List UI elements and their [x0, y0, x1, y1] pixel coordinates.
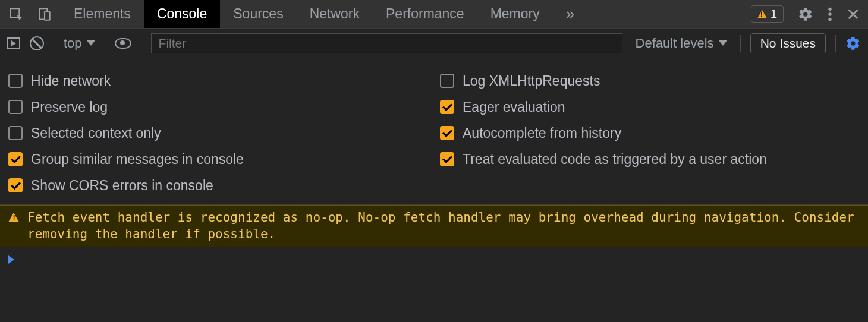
- checkbox[interactable]: [8, 100, 23, 114]
- tab-performance[interactable]: Performance: [373, 0, 477, 28]
- setting-row: Preserve log: [8, 94, 428, 120]
- tab-network[interactable]: Network: [297, 0, 373, 28]
- warning-triangle-icon: [757, 10, 767, 18]
- live-expression-icon[interactable]: [115, 38, 131, 49]
- settings-gear-icon[interactable]: [798, 7, 813, 22]
- svg-point-4: [828, 12, 831, 15]
- setting-row: Show CORS errors in console: [8, 172, 428, 198]
- tab-console[interactable]: Console: [144, 0, 220, 28]
- setting-row: Eager evaluation: [440, 94, 860, 120]
- divider: [835, 35, 836, 52]
- checkbox[interactable]: [8, 178, 23, 192]
- checkbox[interactable]: [440, 100, 454, 114]
- console-toolbar: top Default levels No Issues: [0, 29, 868, 58]
- setting-row: Selected context only: [8, 120, 428, 146]
- svg-point-3: [828, 7, 831, 10]
- tab-memory[interactable]: Memory: [477, 0, 553, 28]
- console-warning-message[interactable]: Fetch event handler is recognized as no-…: [0, 205, 868, 247]
- warning-text: Fetch event handler is recognized as no-…: [27, 209, 860, 243]
- checkbox-label: Preserve log: [31, 99, 108, 115]
- devtools-tab-bar: ElementsConsoleSourcesNetworkPerformance…: [0, 0, 868, 29]
- device-toggle-icon[interactable]: [37, 7, 52, 22]
- divider: [105, 35, 105, 52]
- svg-rect-2: [45, 11, 50, 20]
- clear-console-icon[interactable]: [30, 36, 44, 50]
- warning-count: 1: [770, 7, 777, 21]
- settings-right-column: Log XMLHttpRequestsEager evaluationAutoc…: [440, 68, 860, 198]
- checkbox-label: Eager evaluation: [463, 99, 565, 115]
- checkbox[interactable]: [8, 74, 23, 88]
- checkbox-label: Hide network: [31, 73, 111, 89]
- divider: [740, 35, 741, 52]
- warning-triangle-icon: [8, 213, 19, 222]
- settings-left-column: Hide networkPreserve logSelected context…: [8, 68, 428, 198]
- divider: [54, 35, 54, 52]
- console-prompt[interactable]: [0, 247, 868, 272]
- warnings-badge[interactable]: 1: [751, 5, 784, 23]
- chevron-down-icon: [87, 40, 95, 46]
- checkbox-label: Group similar messages in console: [31, 151, 244, 168]
- log-levels-selector[interactable]: Default levels: [632, 36, 731, 51]
- setting-row: Group similar messages in console: [8, 146, 428, 172]
- levels-label: Default levels: [636, 36, 714, 51]
- console-settings-gear-icon[interactable]: [845, 36, 861, 51]
- checkbox[interactable]: [8, 152, 23, 166]
- tab-elements[interactable]: Elements: [61, 0, 144, 28]
- kebab-menu-icon[interactable]: [828, 7, 832, 22]
- tabs-container: ElementsConsoleSourcesNetworkPerformance…: [61, 0, 553, 28]
- checkbox[interactable]: [8, 126, 23, 140]
- tab-sources[interactable]: Sources: [220, 0, 296, 28]
- context-selector[interactable]: top: [64, 36, 95, 51]
- issues-label: No Issues: [760, 36, 816, 50]
- chevron-right-icon: [8, 255, 14, 264]
- setting-row: Log XMLHttpRequests: [440, 68, 860, 94]
- filter-input[interactable]: [151, 33, 622, 53]
- setting-row: Autocomplete from history: [440, 120, 860, 146]
- checkbox[interactable]: [440, 74, 454, 88]
- setting-row: Treat evaluated code as triggered by a u…: [440, 146, 860, 172]
- tab-bar-right-icons: 1: [743, 5, 868, 23]
- setting-row: Hide network: [8, 68, 428, 94]
- toggle-sidebar-icon[interactable]: [7, 37, 20, 49]
- issues-button[interactable]: No Issues: [750, 33, 826, 53]
- tab-bar-left-icons: [0, 7, 61, 22]
- checkbox-label: Log XMLHttpRequests: [463, 73, 600, 89]
- checkbox-label: Treat evaluated code as triggered by a u…: [463, 151, 767, 168]
- console-settings-panel: Hide networkPreserve logSelected context…: [0, 58, 868, 205]
- more-tabs-button[interactable]: »: [553, 0, 587, 28]
- checkbox-label: Show CORS errors in console: [31, 178, 213, 194]
- checkbox-label: Autocomplete from history: [463, 125, 621, 141]
- checkbox[interactable]: [440, 126, 454, 140]
- checkbox[interactable]: [440, 152, 454, 166]
- svg-point-5: [828, 17, 831, 20]
- divider: [141, 35, 141, 52]
- inspect-element-icon[interactable]: [8, 7, 24, 22]
- close-devtools-icon[interactable]: [847, 8, 860, 21]
- context-label: top: [64, 36, 82, 51]
- checkbox-label: Selected context only: [31, 125, 161, 141]
- chevron-down-icon: [719, 40, 727, 46]
